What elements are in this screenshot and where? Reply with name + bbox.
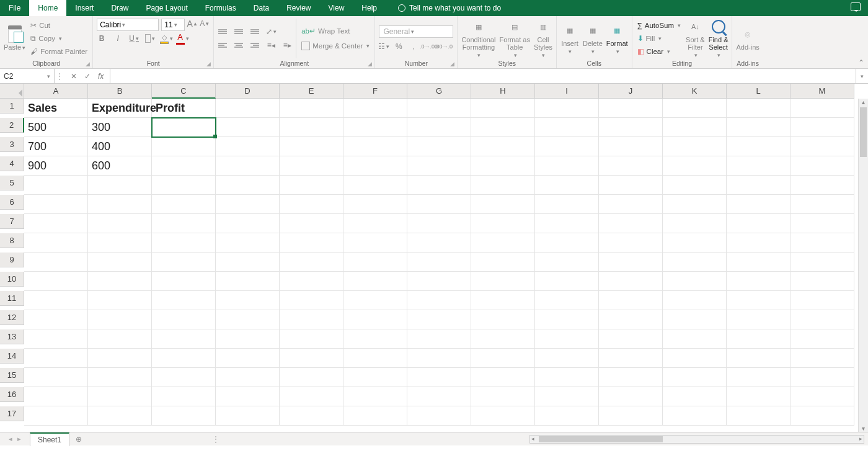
cell[interactable] [535,195,599,214]
cell[interactable] [663,99,727,118]
cell[interactable] [216,214,280,233]
cell[interactable] [88,253,152,272]
cell[interactable] [280,137,343,156]
cell[interactable] [471,118,535,137]
cell[interactable] [407,272,471,291]
row-header[interactable]: 16 [0,387,24,402]
align-bottom-icon[interactable] [250,27,260,37]
cell[interactable] [727,233,790,253]
cell[interactable] [663,272,727,291]
cell[interactable] [152,176,216,195]
cell[interactable] [599,387,663,406]
underline-button[interactable]: U [129,34,139,43]
cell[interactable] [663,368,727,387]
cell[interactable] [727,368,790,387]
cell[interactable] [152,214,216,233]
cell[interactable] [790,329,854,349]
col-header[interactable]: F [343,84,407,99]
cell[interactable] [535,368,599,387]
delete-cells-button[interactable]: ▦Delete [583,19,603,58]
dialog-launcher-icon[interactable]: ◢ [450,61,454,67]
cell[interactable] [280,176,343,195]
cell[interactable] [599,272,663,291]
cell[interactable] [152,195,216,214]
cell[interactable] [790,291,854,310]
cell[interactable] [663,137,727,156]
tab-formulas[interactable]: Formulas [197,0,245,16]
cell[interactable] [727,176,790,195]
cell[interactable] [343,176,407,195]
cell[interactable] [790,272,854,291]
tab-page-layout[interactable]: Page Layout [137,0,196,16]
cell[interactable] [790,406,854,426]
cell[interactable] [727,137,790,156]
cell[interactable] [280,387,343,406]
scroll-left-icon[interactable]: ◂ [531,436,534,442]
cell[interactable] [599,406,663,426]
cell[interactable] [727,329,790,349]
cell[interactable] [663,176,727,195]
cell[interactable] [343,156,407,176]
cell[interactable] [599,233,663,253]
cell[interactable] [24,176,88,195]
cell[interactable] [88,329,152,349]
decrease-decimal-icon[interactable]: .00→.0 [438,42,448,51]
cell[interactable] [663,195,727,214]
cell[interactable] [152,137,216,156]
cell[interactable] [663,214,727,233]
cell[interactable] [280,156,343,176]
cell-styles-button[interactable]: ▥Cell Styles [534,19,552,58]
row-header[interactable]: 7 [0,214,24,229]
cell[interactable] [24,387,88,406]
cell[interactable] [216,137,280,156]
cell[interactable] [216,99,280,118]
cell[interactable]: 400 [88,137,152,156]
cell[interactable] [599,137,663,156]
cell[interactable] [535,406,599,426]
cell[interactable] [727,310,790,329]
comments-icon[interactable] [851,2,861,11]
cell[interactable] [663,233,727,253]
cell[interactable] [343,99,407,118]
cell[interactable] [727,406,790,426]
cell[interactable] [407,291,471,310]
cell[interactable] [343,310,407,329]
paste-button[interactable]: Paste [4,19,25,58]
cell[interactable] [790,118,854,137]
font-name-select[interactable]: Calibri [97,19,159,31]
percent-button[interactable]: % [394,42,404,51]
cell[interactable] [216,310,280,329]
addins-button[interactable]: ◎Add-ins [736,19,759,58]
cell[interactable] [790,214,854,233]
cell[interactable] [216,176,280,195]
cell[interactable] [727,214,790,233]
horizontal-scrollbar[interactable]: ◂ ▸ [529,435,864,444]
col-header[interactable]: K [663,84,727,99]
cell[interactable]: Profit [152,99,216,118]
cell[interactable] [407,310,471,329]
copy-button[interactable]: ⧉ Copy [29,32,89,45]
cell[interactable] [152,253,216,272]
cell[interactable] [535,291,599,310]
cell[interactable] [280,99,343,118]
cell[interactable] [727,156,790,176]
cell[interactable] [663,387,727,406]
cell[interactable] [599,214,663,233]
cell[interactable] [471,368,535,387]
format-as-table-button[interactable]: ▤Format as Table [499,19,530,58]
cell[interactable] [343,329,407,349]
cell[interactable] [152,368,216,387]
cell[interactable] [535,99,599,118]
name-box[interactable]: C2▾ [0,69,55,83]
row-header[interactable]: 8 [0,233,24,248]
align-right-icon[interactable] [250,40,260,50]
cell[interactable]: 900 [24,156,88,176]
cell[interactable] [24,406,88,426]
cell[interactable] [280,368,343,387]
cell[interactable] [727,118,790,137]
cell[interactable] [599,118,663,137]
cell[interactable] [280,195,343,214]
font-color-button[interactable]: A [177,34,187,43]
cell[interactable] [343,291,407,310]
cell[interactable] [599,195,663,214]
